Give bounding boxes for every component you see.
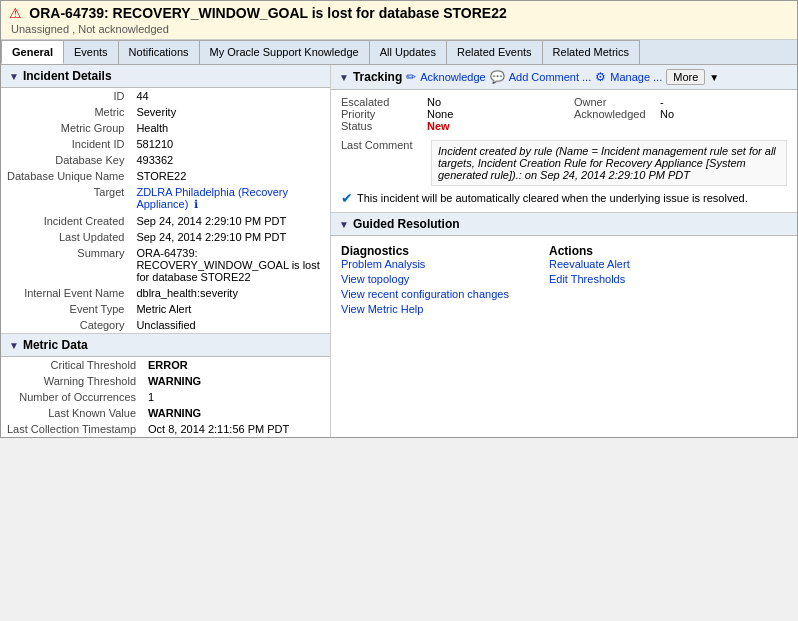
tracking-grid: Escalated No Priority None Status New	[341, 96, 787, 132]
page-wrapper: ⚠ ORA-64739: RECOVERY_WINDOW_GOAL is los…	[0, 0, 798, 438]
tab-oracle-support[interactable]: My Oracle Support Knowledge	[200, 40, 370, 64]
tracking-row-priority: Priority None	[341, 108, 554, 120]
table-row: Warning Threshold WARNING	[1, 373, 330, 389]
guided-resolution-section: ▼ Guided Resolution Diagnostics Problem …	[331, 212, 797, 326]
incident-details-table: ID 44 Metric Severity Metric Group Healt…	[1, 88, 330, 333]
tracking-collapse-icon[interactable]: ▼	[339, 72, 349, 83]
field-label-metric: Metric	[1, 104, 130, 120]
alert-title: ORA-64739: RECOVERY_WINDOW_GOAL is lost …	[29, 5, 506, 21]
alert-title-row: ⚠ ORA-64739: RECOVERY_WINDOW_GOAL is los…	[9, 5, 789, 21]
field-value-updated: Sep 24, 2014 2:29:10 PM PDT	[130, 229, 330, 245]
collapse-triangle-icon[interactable]: ▼	[9, 71, 19, 82]
guided-resolution-header: ▼ Guided Resolution	[331, 213, 797, 236]
alert-subtitle: Unassigned , Not acknowledged	[9, 23, 789, 35]
tabs-bar: General Events Notifications My Oracle S…	[1, 40, 797, 65]
tab-related-metrics[interactable]: Related Metrics	[543, 40, 640, 64]
tracking-title: ▼ Tracking	[339, 70, 402, 84]
comment-icon: 💬	[490, 70, 505, 84]
acknowledge-link[interactable]: Acknowledge	[420, 71, 485, 83]
field-label-category: Category	[1, 317, 130, 333]
target-link[interactable]: ZDLRA Philadelphia (Recovery Appliance)	[136, 186, 288, 210]
check-circle-icon: ✔	[341, 190, 353, 206]
table-row: Number of Occurrences 1	[1, 389, 330, 405]
table-row: Internal Event Name dblra_health:severit…	[1, 285, 330, 301]
incident-details-title: Incident Details	[23, 69, 112, 83]
field-label-incident-id: Incident ID	[1, 136, 130, 152]
escalated-label: Escalated	[341, 96, 421, 108]
link-recent-config[interactable]: View recent configuration changes	[341, 288, 509, 300]
dropdown-arrow-icon: ▼	[709, 72, 719, 83]
field-label-event-name: Internal Event Name	[1, 285, 130, 301]
field-value-db-unique: STORE22	[130, 168, 330, 184]
link-edit-thresholds[interactable]: Edit Thresholds	[549, 273, 630, 285]
add-comment-link[interactable]: Add Comment ...	[509, 71, 592, 83]
field-value-last-value: WARNING	[142, 405, 330, 421]
field-value-occurrences: 1	[142, 389, 330, 405]
field-label-collection: Last Collection Timestamp	[1, 421, 142, 437]
tracking-details: Escalated No Priority None Status New	[331, 90, 797, 212]
field-value-event-name: dblra_health:severity	[130, 285, 330, 301]
metric-data-table: Critical Threshold ERROR Warning Thresho…	[1, 357, 330, 437]
actions-col: Actions Reevaluate Alert Edit Thresholds	[549, 244, 630, 318]
field-value-category: Unclassified	[130, 317, 330, 333]
field-label-id: ID	[1, 88, 130, 104]
field-value-summary: ORA-64739: RECOVERY_WINDOW_GOAL is lost …	[130, 245, 330, 285]
field-label-updated: Last Updated	[1, 229, 130, 245]
field-label-db-unique: Database Unique Name	[1, 168, 130, 184]
incident-details-header: ▼ Incident Details	[1, 65, 330, 88]
metric-data-title: Metric Data	[23, 338, 88, 352]
tracking-left-col: Escalated No Priority None Status New	[341, 96, 554, 132]
manage-link[interactable]: Manage ...	[610, 71, 662, 83]
tab-events[interactable]: Events	[64, 40, 119, 64]
link-reevaluate-alert[interactable]: Reevaluate Alert	[549, 258, 630, 270]
field-value-metric-group: Health	[130, 120, 330, 136]
alert-icon: ⚠	[9, 5, 22, 21]
last-comment-label: Last Comment	[341, 139, 413, 151]
more-button[interactable]: More	[666, 69, 705, 85]
last-comment-section: Last Comment Incident created by rule (N…	[341, 138, 787, 186]
field-label-metric-group: Metric Group	[1, 120, 130, 136]
field-value-created: Sep 24, 2014 2:29:10 PM PDT	[130, 213, 330, 229]
table-row: Database Unique Name STORE22	[1, 168, 330, 184]
field-label-created: Incident Created	[1, 213, 130, 229]
main-content: ▼ Incident Details ID 44 Metric Severity…	[1, 65, 797, 437]
page-header: ⚠ ORA-64739: RECOVERY_WINDOW_GOAL is los…	[1, 1, 797, 40]
acknowledged-label: Acknowledged	[574, 108, 654, 120]
metric-data-header: ▼ Metric Data	[1, 334, 330, 357]
tab-related-events[interactable]: Related Events	[447, 40, 543, 64]
table-row: Database Key 493362	[1, 152, 330, 168]
field-value-warning: WARNING	[142, 373, 330, 389]
tab-all-updates[interactable]: All Updates	[370, 40, 447, 64]
field-value-critical: ERROR	[142, 357, 330, 373]
table-row: Category Unclassified	[1, 317, 330, 333]
collapse-triangle-metric-icon[interactable]: ▼	[9, 340, 19, 351]
table-row: Incident ID 581210	[1, 136, 330, 152]
tracking-row-status: Status New	[341, 120, 554, 132]
field-value-incident-id: 581210	[130, 136, 330, 152]
info-icon[interactable]: ℹ	[194, 198, 198, 210]
table-row: Last Comment Incident created by rule (N…	[341, 138, 787, 186]
auto-clear-note: ✔ This incident will be automatically cl…	[341, 192, 787, 206]
link-view-topology[interactable]: View topology	[341, 273, 509, 285]
tab-notifications[interactable]: Notifications	[119, 40, 200, 64]
guided-collapse-icon[interactable]: ▼	[339, 219, 349, 230]
last-comment-text: Incident created by rule (Name = Inciden…	[431, 140, 787, 186]
left-panel: ▼ Incident Details ID 44 Metric Severity…	[1, 65, 331, 437]
field-label-target: Target	[1, 184, 130, 213]
guided-content: Diagnostics Problem Analysis View topolo…	[331, 236, 797, 326]
table-row: Last Known Value WARNING	[1, 405, 330, 421]
tracking-header: ▼ Tracking ✏ Acknowledge 💬 Add Comment .…	[331, 65, 797, 90]
priority-label: Priority	[341, 108, 421, 120]
table-row: Metric Group Health	[1, 120, 330, 136]
table-row: Last Collection Timestamp Oct 8, 2014 2:…	[1, 421, 330, 437]
tracking-row-escalated: Escalated No	[341, 96, 554, 108]
priority-value: None	[427, 108, 453, 120]
field-label-event-type: Event Type	[1, 301, 130, 317]
tab-general[interactable]: General	[1, 40, 64, 64]
link-problem-analysis[interactable]: Problem Analysis	[341, 258, 509, 270]
tracking-right-col: Owner - Acknowledged No	[574, 96, 787, 132]
field-label-last-value: Last Known Value	[1, 405, 142, 421]
link-view-metric-help[interactable]: View Metric Help	[341, 303, 509, 315]
auto-clear-text: This incident will be automatically clea…	[357, 192, 748, 204]
field-label-occurrences: Number of Occurrences	[1, 389, 142, 405]
